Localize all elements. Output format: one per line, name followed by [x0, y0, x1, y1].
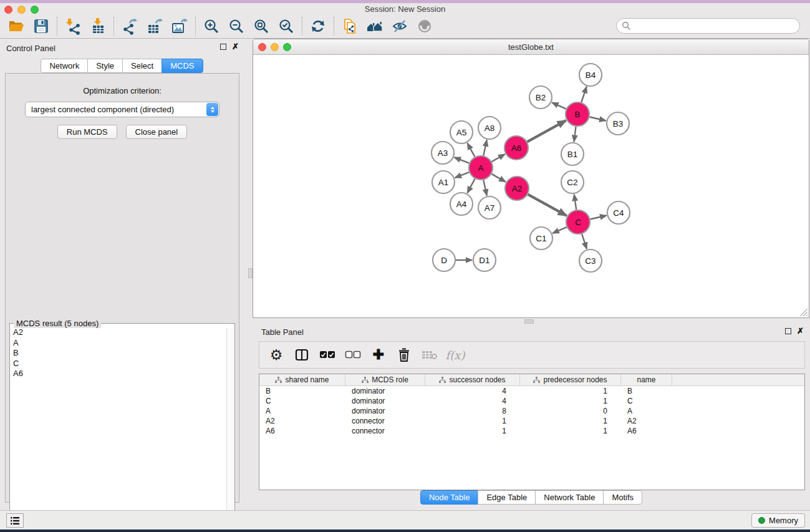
- graph-node-A[interactable]: A: [469, 156, 493, 180]
- edge-A-A1[interactable]: [455, 172, 470, 178]
- graph-node-D1[interactable]: D1: [473, 249, 496, 271]
- column-header-name[interactable]: name: [621, 374, 672, 385]
- network-close-button[interactable]: [258, 43, 266, 51]
- graph-node-A4[interactable]: A4: [450, 193, 473, 215]
- column-header-predecessor-nodes[interactable]: predecessor nodes: [520, 374, 621, 385]
- column-header-MCDS-role[interactable]: MCDS role: [345, 374, 425, 385]
- cell-name[interactable]: A: [621, 406, 672, 416]
- resize-grip-icon[interactable]: [799, 307, 808, 316]
- tab-select[interactable]: Select: [122, 59, 162, 73]
- graph-node-A6[interactable]: A6: [504, 136, 528, 160]
- edge-C-C4[interactable]: [590, 215, 606, 219]
- birds-eye-view-button[interactable]: [412, 16, 437, 37]
- close-panel-button[interactable]: Close panel: [126, 125, 188, 139]
- float-panel-icon[interactable]: [220, 44, 226, 50]
- import-table-button[interactable]: [85, 16, 110, 37]
- column-header-shared-name[interactable]: shared name: [259, 374, 345, 385]
- table-row[interactable]: Cdominator41C: [259, 396, 804, 406]
- task-history-button[interactable]: [6, 513, 24, 528]
- add-column-button[interactable]: ✚: [368, 344, 389, 365]
- cell-predecessor-nodes[interactable]: 1: [520, 416, 621, 426]
- save-session-button[interactable]: [29, 16, 54, 37]
- tab-mcds[interactable]: MCDS: [162, 59, 203, 73]
- edge-C-C2[interactable]: [574, 195, 576, 210]
- function-builder-button[interactable]: f(x): [445, 344, 466, 365]
- unselect-all-columns-button[interactable]: [342, 344, 364, 365]
- export-image-button[interactable]: [167, 16, 192, 37]
- edge-A-A4[interactable]: [467, 179, 475, 193]
- edge-A-A5[interactable]: [468, 143, 475, 157]
- cell-MCDS-role[interactable]: connector: [345, 416, 425, 426]
- edge-A-A7[interactable]: [483, 180, 486, 196]
- mcds-result-item[interactable]: C: [13, 359, 226, 369]
- zoom-fit-button[interactable]: [249, 16, 274, 37]
- refresh-button[interactable]: [306, 16, 330, 37]
- network-graph[interactable]: AA1A2A3A4A5A6A7A8BB1B2B3B4CC1C2C3C4DD1: [253, 55, 809, 317]
- edge-A-A3[interactable]: [455, 157, 470, 163]
- graph-node-B2[interactable]: B2: [529, 86, 552, 109]
- table-row[interactable]: A6connector11A6: [259, 426, 804, 436]
- criterion-select[interactable]: largest connected component (directed): [25, 102, 219, 117]
- delete-column-button[interactable]: [393, 344, 415, 365]
- cell-shared-name[interactable]: A6: [259, 426, 345, 436]
- edge-A6-B[interactable]: [528, 120, 566, 142]
- cell-predecessor-nodes[interactable]: 1: [520, 396, 621, 406]
- cell-name[interactable]: A6: [621, 426, 672, 436]
- close-table-panel-icon[interactable]: ✗: [797, 328, 804, 334]
- table-row[interactable]: Bdominator41B: [259, 386, 804, 396]
- cell-successor-nodes[interactable]: 1: [425, 416, 520, 426]
- edge-A2-C[interactable]: [528, 195, 567, 216]
- split-view-button[interactable]: [291, 344, 312, 365]
- tab-node-table[interactable]: Node Table: [420, 490, 479, 505]
- cell-MCDS-role[interactable]: connector: [345, 426, 425, 436]
- export-network-button[interactable]: [117, 16, 142, 37]
- edge-B-B4[interactable]: [581, 87, 586, 102]
- import-network-button[interactable]: [60, 16, 85, 37]
- export-table-button[interactable]: [142, 16, 167, 37]
- delete-table-button[interactable]: [419, 344, 440, 365]
- select-all-columns-button[interactable]: [317, 344, 338, 365]
- graph-node-A5[interactable]: A5: [450, 121, 473, 143]
- memory-button[interactable]: Memory: [751, 513, 805, 528]
- edge-C-C1[interactable]: [552, 227, 566, 233]
- edge-A-A6[interactable]: [491, 154, 504, 162]
- graph-node-B4[interactable]: B4: [579, 64, 602, 86]
- graph-node-C3[interactable]: C3: [579, 249, 602, 272]
- graph-node-A8[interactable]: A8: [478, 117, 501, 139]
- graph-node-A1[interactable]: A1: [432, 171, 455, 193]
- network-snapshot-button[interactable]: [337, 16, 362, 37]
- cell-shared-name[interactable]: A2: [259, 416, 345, 426]
- zoom-out-button[interactable]: [224, 16, 249, 37]
- network-minimize-button[interactable]: [271, 43, 279, 51]
- graph-node-A2[interactable]: A2: [505, 177, 529, 200]
- cell-name[interactable]: C: [621, 396, 672, 406]
- cell-predecessor-nodes[interactable]: 0: [520, 406, 621, 416]
- run-mcds-button[interactable]: Run MCDS: [57, 125, 117, 139]
- edge-B-B1[interactable]: [574, 127, 576, 142]
- hide-graphics-details-button[interactable]: [387, 16, 412, 37]
- search-input[interactable]: [616, 18, 800, 34]
- cell-name[interactable]: B: [621, 386, 672, 396]
- table-row[interactable]: Adominator80A: [259, 406, 804, 416]
- graph-node-A7[interactable]: A7: [478, 196, 501, 219]
- zoom-selected-button[interactable]: [274, 16, 299, 37]
- graph-node-B3[interactable]: B3: [607, 112, 629, 135]
- graph-node-C2[interactable]: C2: [561, 171, 584, 193]
- cell-name[interactable]: A2: [621, 416, 672, 426]
- edge-B-B3[interactable]: [589, 117, 605, 120]
- graph-node-B[interactable]: B: [566, 102, 589, 126]
- cell-MCDS-role[interactable]: dominator: [345, 406, 425, 416]
- mcds-result-item[interactable]: A6: [13, 369, 226, 379]
- horizontal-splitter-handle[interactable]: [524, 319, 534, 324]
- network-window-titlebar[interactable]: testGlobe.txt: [253, 39, 809, 55]
- tab-network[interactable]: Network: [41, 59, 88, 73]
- tab-motifs[interactable]: Motifs: [603, 490, 642, 505]
- cell-shared-name[interactable]: B: [259, 386, 345, 396]
- graph-node-A3[interactable]: A3: [432, 142, 454, 164]
- mcds-result-list[interactable]: A2ABCA6: [11, 327, 226, 532]
- cell-MCDS-role[interactable]: dominator: [345, 386, 425, 396]
- mcds-result-item[interactable]: A: [13, 338, 226, 349]
- table-row[interactable]: A2connector11A2: [259, 416, 804, 426]
- network-canvas[interactable]: AA1A2A3A4A5A6A7A8BB1B2B3B4CC1C2C3C4DD1: [253, 55, 809, 317]
- edge-C-C3[interactable]: [582, 234, 587, 249]
